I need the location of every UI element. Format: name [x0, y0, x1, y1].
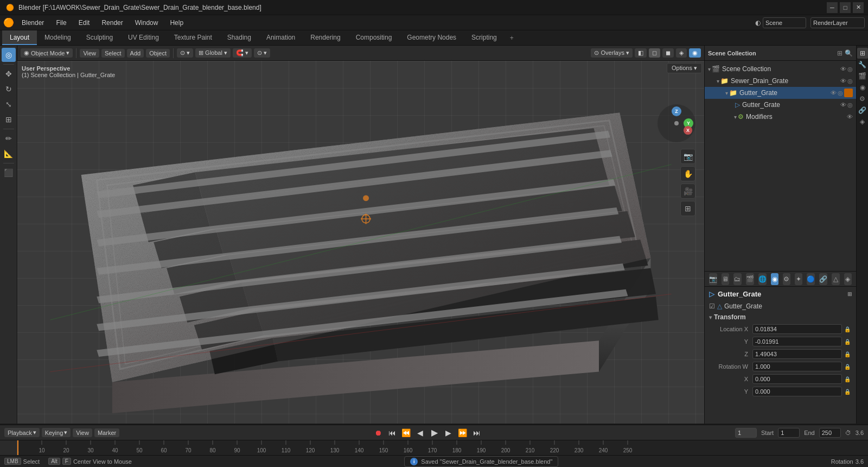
options-button[interactable]: Options ▾	[667, 63, 702, 73]
mode-button[interactable]: ◉ Object Mode ▾	[21, 48, 73, 58]
location-y-field[interactable]: -0.01991	[752, 337, 842, 346]
next-keyframe-button[interactable]: ▶	[443, 427, 455, 439]
tab-texture-paint[interactable]: Texture Paint	[167, 30, 220, 45]
output-props-button[interactable]: 🖥	[722, 273, 729, 285]
start-frame-field[interactable]: 1	[778, 428, 800, 438]
select-menu-button[interactable]: Select	[101, 49, 125, 58]
eye-icon[interactable]: 👁	[840, 102, 846, 108]
camera-perspective-button[interactable]: 📷	[680, 149, 695, 164]
outliner-row-scene-collection[interactable]: ▾ 🎬 Scene Collection 👁 ◎	[705, 63, 856, 75]
camera-icon[interactable]: ◎	[847, 66, 853, 73]
rendered-shading-button[interactable]: ◈	[676, 48, 687, 58]
world-props-button[interactable]: 🌐	[758, 273, 767, 285]
scene-input[interactable]	[763, 17, 806, 28]
menu-blender[interactable]: Blender	[17, 18, 48, 28]
frame-ruler[interactable]: 1 10 20 30 40 50 60 70 8	[0, 440, 868, 455]
lock-y-icon[interactable]: 🔒	[843, 337, 852, 346]
view-layer-props-button[interactable]: 🗂	[733, 273, 741, 285]
record-button[interactable]: ⏺	[372, 427, 384, 439]
transform-tool-button[interactable]: ⊞	[2, 112, 16, 127]
view-menu-button[interactable]: View	[80, 49, 99, 58]
tab-uv-editing[interactable]: UV Editing	[120, 30, 167, 45]
prev-frame-button[interactable]: ⏪	[400, 427, 412, 439]
eye-icon[interactable]: 👁	[840, 66, 846, 72]
tab-geometry-nodes[interactable]: Geometry Nodes	[399, 30, 464, 45]
camera-view-button[interactable]: 🎥	[680, 184, 695, 199]
data-props-button[interactable]: △	[832, 273, 839, 285]
scene-icon[interactable]: 🎬	[857, 71, 868, 81]
camera-icon[interactable]: ◎	[838, 90, 843, 97]
camera-icon[interactable]: ◎	[847, 78, 853, 85]
tab-sculpting[interactable]: Sculpting	[79, 30, 120, 45]
jump-end-button[interactable]: ⏭	[471, 427, 483, 439]
constraint-icon[interactable]: 🔗	[857, 105, 868, 116]
tab-compositing[interactable]: Compositing	[348, 30, 400, 45]
play-button[interactable]: ▶	[429, 427, 441, 439]
location-x-field[interactable]: 0.01834	[752, 324, 842, 334]
outliner-row-modifiers[interactable]: ▾ ⚙ Modifiers 👁	[705, 111, 856, 123]
menu-edit[interactable]: Edit	[74, 18, 94, 28]
material-icon[interactable]: ◈	[857, 116, 868, 127]
hand-tool-button[interactable]: ✋	[680, 166, 695, 181]
lock-x-icon[interactable]: 🔒	[843, 325, 852, 333]
playback-menu-button[interactable]: Playback ▾	[4, 428, 40, 437]
menu-help[interactable]: Help	[165, 18, 188, 28]
viewport-canvas[interactable]: User Perspective (1) Scene Collection | …	[17, 61, 704, 424]
lock-rx-icon[interactable]: 🔒	[843, 375, 852, 383]
constraint-props-button[interactable]: 🔗	[819, 273, 827, 285]
maximize-button[interactable]: □	[840, 2, 851, 13]
particles-props-button[interactable]: ✦	[795, 273, 802, 285]
material-props-button[interactable]: ◈	[844, 273, 852, 285]
tab-shading[interactable]: Shading	[220, 30, 259, 45]
checkbox-icon[interactable]: ☑	[709, 302, 715, 310]
menu-file[interactable]: File	[52, 18, 71, 28]
object-props-button[interactable]: ◉	[771, 273, 778, 285]
outliner-search-icon[interactable]: 🔍	[845, 49, 853, 57]
physics-props-button[interactable]: 🔵	[807, 273, 815, 285]
menu-window[interactable]: Window	[131, 18, 163, 28]
navigation-gizmo[interactable]: Z Y X	[658, 104, 695, 142]
object-menu-button[interactable]: Object	[146, 49, 170, 58]
rotation-x-field[interactable]: 0.000	[752, 374, 842, 384]
tab-rendering[interactable]: Rendering	[303, 30, 348, 45]
transform-section-header[interactable]: ▾ Transform	[709, 313, 852, 321]
close-button[interactable]: ✕	[853, 2, 864, 13]
minimize-button[interactable]: ─	[827, 2, 838, 13]
cursor-tool-button[interactable]: ◎	[2, 48, 16, 62]
tab-animation[interactable]: Animation	[259, 30, 303, 45]
menu-render[interactable]: Render	[97, 18, 127, 28]
material-shading-button[interactable]: ◼	[662, 48, 674, 58]
properties-icon[interactable]: ⊞	[857, 48, 868, 59]
ortho-button[interactable]: ⊞	[680, 201, 695, 216]
lock-ry-icon[interactable]: 🔒	[843, 387, 852, 396]
rotation-w-field[interactable]: 1.000	[752, 362, 842, 371]
keying-menu-button[interactable]: Keying ▾	[42, 428, 71, 437]
camera-icon[interactable]: ◎	[847, 102, 853, 109]
prev-keyframe-button[interactable]: ◀	[414, 427, 426, 439]
outliner-row-gutter-grate-object[interactable]: ▷ Gutter_Grate 👁 ◎	[705, 99, 856, 111]
end-frame-field[interactable]: 250	[819, 428, 841, 438]
eye-icon[interactable]: 👁	[831, 90, 837, 96]
location-z-field[interactable]: 1.49043	[752, 349, 842, 359]
transform-button[interactable]: ⊞ Global ▾	[195, 48, 231, 58]
tab-scripting[interactable]: Scripting	[464, 30, 505, 45]
marker-menu-button[interactable]: Marker	[94, 428, 119, 437]
snap-button[interactable]: 🧲 ▾	[233, 48, 252, 58]
move-tool-button[interactable]: ✥	[2, 67, 16, 81]
measure-tool-button[interactable]: 📐	[2, 147, 16, 161]
solid-shading-button[interactable]: ◻	[649, 48, 660, 58]
x-axis-gizmo[interactable]: X	[684, 126, 692, 135]
add-cube-button[interactable]: ⬛	[2, 166, 16, 180]
rotate-tool-button[interactable]: ↻	[2, 82, 16, 96]
eye-icon[interactable]: 👁	[840, 78, 846, 84]
lock-z-icon[interactable]: 🔒	[843, 350, 852, 358]
view-menu-button[interactable]: View	[73, 428, 92, 437]
lock-w-icon[interactable]: 🔒	[843, 362, 852, 371]
xray-button[interactable]: ◧	[635, 48, 647, 58]
proportional-edit-button[interactable]: ⊙ ▾	[254, 48, 270, 58]
scale-tool-button[interactable]: ⤡	[2, 97, 16, 111]
overlay-button[interactable]: ⊙ Overlays ▾	[591, 48, 633, 58]
tab-modeling[interactable]: Modeling	[37, 30, 79, 45]
add-menu-button[interactable]: Add	[127, 49, 144, 58]
outliner-filter-icon[interactable]: ⊞	[837, 49, 843, 57]
